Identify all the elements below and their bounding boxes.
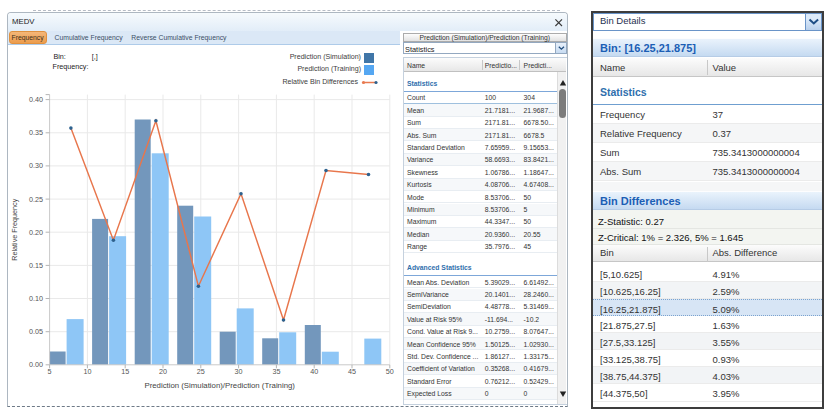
svg-text:20: 20 <box>159 367 167 376</box>
svg-text:0.20: 0.20 <box>29 228 43 237</box>
svg-text:0.25: 0.25 <box>29 195 43 204</box>
svg-text:25: 25 <box>197 367 205 376</box>
svg-text:0.10: 0.10 <box>29 294 43 303</box>
svg-text:0.35: 0.35 <box>29 128 43 137</box>
svg-text:30: 30 <box>235 367 243 376</box>
svg-text:15: 15 <box>121 367 129 376</box>
svg-text:Relative Frequency: Relative Frequency <box>10 198 19 260</box>
svg-text:0.05: 0.05 <box>29 327 43 336</box>
svg-text:40: 40 <box>310 367 318 376</box>
svg-text:0.30: 0.30 <box>29 161 43 170</box>
svg-text:0.00: 0.00 <box>29 360 43 369</box>
svg-text:0.40: 0.40 <box>29 95 43 104</box>
svg-text:45: 45 <box>348 367 356 376</box>
svg-text:10: 10 <box>83 367 91 376</box>
svg-text:35: 35 <box>272 367 280 376</box>
svg-text:50: 50 <box>386 367 394 376</box>
svg-text:Prediction (Simulation)/Predic: Prediction (Simulation)/Prediction (Trai… <box>144 381 295 390</box>
svg-text:0.15: 0.15 <box>29 261 43 270</box>
svg-text:5: 5 <box>48 367 52 376</box>
